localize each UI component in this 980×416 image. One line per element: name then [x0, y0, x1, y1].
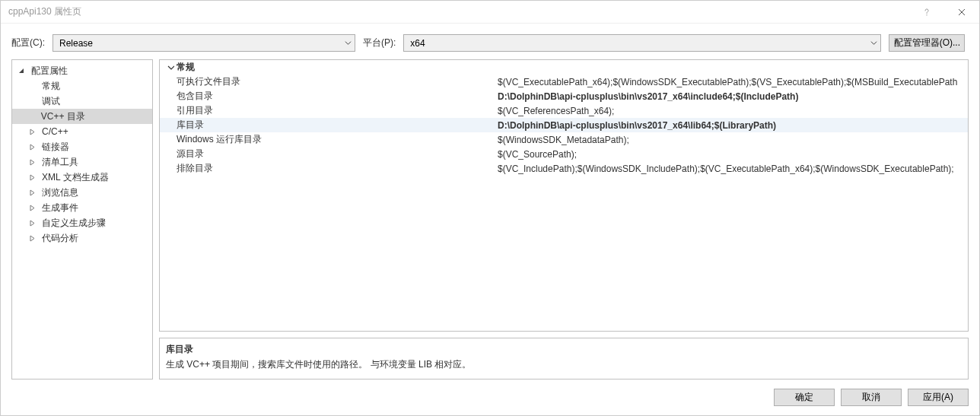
tree-node[interactable]: 调试: [12, 94, 152, 109]
tree-node-label: 自定义生成步骤: [39, 216, 109, 230]
pg-prop-label: 源目录: [177, 148, 204, 160]
tree-node[interactable]: 清单工具: [12, 154, 152, 170]
pg-row[interactable]: 可执行文件目录$(VC_ExecutablePath_x64);$(Window…: [160, 75, 968, 89]
property-grid[interactable]: 常规 可执行文件目录$(VC_ExecutablePath_x64);$(Win…: [159, 59, 969, 332]
expand-icon[interactable]: [27, 157, 37, 167]
pg-row[interactable]: 引用目录$(VC_ReferencesPath_x64);: [160, 103, 968, 118]
platform-value: x64: [410, 38, 866, 49]
help-text: 生成 VC++ 项目期间，搜索库文件时使用的路径。 与环境变量 LIB 相对应。: [166, 358, 962, 371]
tree-node[interactable]: 链接器: [12, 139, 152, 154]
tree-node-label: VC++ 目录: [38, 110, 152, 124]
config-dropdown[interactable]: Release: [52, 34, 355, 52]
pg-row[interactable]: 库目录D:\DolphinDB\api-cplusplus\bin\vs2017…: [160, 118, 968, 132]
config-label: 配置(C):: [11, 37, 45, 49]
pg-prop-label: 可执行文件目录: [177, 75, 240, 88]
window-title: cppApi130 属性页: [8, 5, 909, 18]
platform-dropdown[interactable]: x64: [403, 34, 881, 52]
help-panel: 库目录 生成 VC++ 项目期间，搜索库文件时使用的路径。 与环境变量 LIB …: [159, 338, 969, 379]
pg-prop-value[interactable]: $(VC_ReferencesPath_x64);: [498, 106, 968, 116]
ok-button[interactable]: 确定: [774, 389, 835, 406]
tree-node[interactable]: 浏览信息: [12, 185, 152, 200]
pg-prop-label: 排除目录: [177, 162, 213, 175]
expand-icon[interactable]: [27, 233, 37, 243]
pg-category-label: 常规: [177, 61, 195, 74]
tree-root-label: 配置属性: [28, 64, 71, 78]
help-icon[interactable]: [909, 1, 944, 24]
close-icon[interactable]: [944, 1, 979, 24]
pg-prop-value[interactable]: D:\DolphinDB\api-cplusplus\bin\vs2017_x6…: [498, 120, 968, 131]
pg-prop-value[interactable]: $(VC_SourcePath);: [498, 149, 968, 160]
pg-prop-label: 引用目录: [177, 104, 213, 117]
main-area: 配置属性 常规调试VC++ 目录C/C++链接器清单工具XML 文档生成器浏览信…: [1, 59, 979, 386]
config-manager-button[interactable]: 配置管理器(O)...: [889, 34, 965, 52]
platform-label: 平台(P):: [363, 37, 396, 49]
tree-node-label: 生成事件: [39, 201, 81, 215]
chevron-down-icon: [340, 40, 352, 46]
tree-node[interactable]: XML 文档生成器: [12, 170, 152, 185]
pg-row[interactable]: 排除目录$(VC_IncludePath);$(WindowsSDK_Inclu…: [160, 161, 968, 176]
apply-button[interactable]: 应用(A): [908, 389, 969, 406]
tree-node-label: 清单工具: [39, 155, 81, 170]
pg-prop-label: 包含目录: [177, 90, 213, 103]
config-value: Release: [59, 38, 340, 49]
tree-node-label: 链接器: [39, 140, 72, 154]
pg-prop-value[interactable]: D:\DolphinDB\api-cplusplus\bin\vs2017_x6…: [498, 91, 968, 102]
tree-node-label: 调试: [39, 94, 63, 109]
pg-category-row[interactable]: 常规: [160, 60, 968, 75]
tree-node-label: C/C++: [39, 125, 72, 138]
pg-prop-value[interactable]: $(WindowsSDK_MetadataPath);: [498, 135, 968, 145]
right-pane: 常规 可执行文件目录$(VC_ExecutablePath_x64);$(Win…: [159, 59, 969, 379]
tree-node[interactable]: 自定义生成步骤: [12, 215, 152, 230]
tree-node[interactable]: 生成事件: [12, 200, 152, 215]
tree-root[interactable]: 配置属性: [12, 63, 152, 78]
expand-icon[interactable]: [27, 173, 37, 183]
pg-prop-label: Windows 运行库目录: [177, 133, 262, 146]
collapse-icon[interactable]: [164, 64, 177, 71]
tree-node[interactable]: 代码分析: [12, 230, 152, 246]
pg-prop-label: 库目录: [177, 119, 204, 132]
tree-node-label: 浏览信息: [39, 186, 81, 200]
expand-icon[interactable]: [27, 218, 37, 228]
cancel-button[interactable]: 取消: [841, 389, 902, 406]
sidebar-tree[interactable]: 配置属性 常规调试VC++ 目录C/C++链接器清单工具XML 文档生成器浏览信…: [11, 59, 153, 379]
pg-prop-value[interactable]: $(VC_ExecutablePath_x64);$(WindowsSDK_Ex…: [498, 77, 968, 87]
pg-row[interactable]: 包含目录D:\DolphinDB\api-cplusplus\bin\vs201…: [160, 89, 968, 103]
pg-row[interactable]: Windows 运行库目录$(WindowsSDK_MetadataPath);: [160, 132, 968, 147]
expand-icon[interactable]: [27, 203, 37, 213]
expand-icon[interactable]: [27, 188, 37, 198]
tree-node-label: 代码分析: [39, 231, 81, 246]
dialog-footer: 确定 取消 应用(A): [1, 386, 979, 415]
tree-node-label: 常规: [39, 79, 63, 94]
window-controls: [909, 1, 979, 24]
help-title: 库目录: [166, 343, 962, 356]
titlebar: cppApi130 属性页: [1, 1, 979, 24]
config-toolbar: 配置(C): Release 平台(P): x64 配置管理器(O)...: [1, 24, 979, 59]
chevron-down-icon: [866, 40, 877, 46]
expand-icon[interactable]: [27, 127, 37, 137]
pg-prop-value[interactable]: $(VC_IncludePath);$(WindowsSDK_IncludePa…: [498, 164, 968, 174]
tree-node[interactable]: C/C++: [12, 124, 152, 139]
collapse-icon[interactable]: [17, 66, 27, 76]
tree-node[interactable]: VC++ 目录: [12, 109, 152, 124]
tree-node[interactable]: 常规: [12, 78, 152, 94]
expand-icon[interactable]: [27, 142, 37, 152]
pg-row[interactable]: 源目录$(VC_SourcePath);: [160, 147, 968, 161]
tree-node-label: XML 文档生成器: [39, 170, 112, 185]
